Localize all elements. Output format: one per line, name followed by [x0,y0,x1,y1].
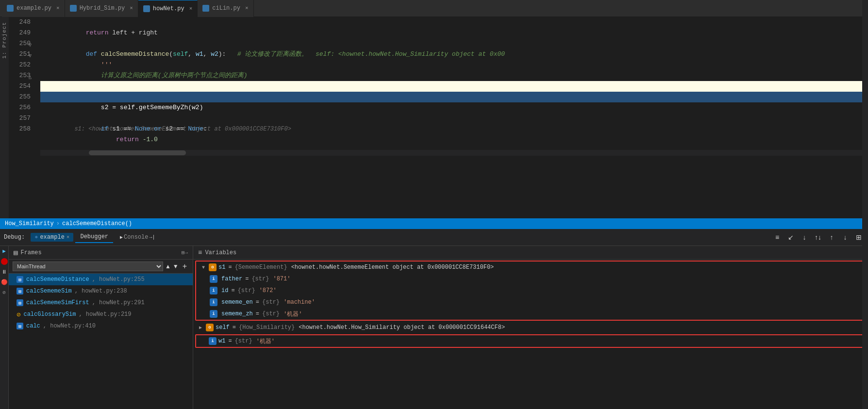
red-dot-btn[interactable]: 🔴 [1,279,8,285]
project-label: 1: Project [1,22,7,59]
variables-header: ≡ Variables [193,246,868,260]
frame-item-2[interactable]: ▤ calcSememeSimFirst , howNet.py:291 [9,297,193,309]
var-row-father[interactable]: i father = {str} '871' [196,273,865,285]
thread-add-btn[interactable]: + [181,262,189,271]
tab-hownet[interactable]: howNet.py × [138,0,198,17]
tab-close-icon[interactable]: × [189,6,193,12]
toolbar-run-cursor[interactable]: ↑ [826,232,837,243]
frame-item-4[interactable]: ▤ calc , howNet.py:410 [9,320,193,332]
sememe-en-eq: = [256,299,259,306]
frame-item-0[interactable]: ▤ calcSememeDistance , howNet.py:255 [9,274,193,285]
var-row-sememe-zh[interactable]: i sememe_zh = {str} '机器' [196,308,865,320]
w1-type: {str} [235,338,252,344]
thread-down-btn[interactable]: ▼ [173,263,179,270]
self-expand[interactable]: ▶ [197,324,204,331]
slash-btn[interactable]: ⊘ [2,289,6,295]
sememe-en-name: sememe_en [221,299,253,306]
toolbar-resume[interactable]: ↓ [840,232,851,243]
frame-name-1: calcSememeSim [26,288,72,294]
var-row-s1[interactable]: ▼ o s1 = {SememeElement} <hownet.howNet.… [196,262,865,273]
s1-border-box: ▼ o s1 = {SememeElement} <hownet.howNet.… [195,261,866,321]
code-line-255: s2 = self.getSememeByZh(w2) [40,92,868,102]
py-icon [202,5,209,12]
w1-expand[interactable] [200,338,207,344]
thread-up-btn[interactable]: ▲ [165,263,171,270]
frames-header: ▤ Frames ⊞→ [9,246,193,260]
stop-btn[interactable] [1,258,8,265]
py-icon [7,5,14,12]
frames-panel: ▤ Frames ⊞→ MainThread ▲ ▼ + ▤ calcSemem… [9,246,193,409]
debugger-tab-label: Debugger [80,233,108,240]
breadcrumb-class: How_Similarity [5,218,54,229]
s1-expand[interactable]: ▼ [200,264,207,271]
tab-close-icon[interactable]: × [130,5,133,11]
py-icon [143,5,150,12]
frame-file-1: , howNet.py:238 [75,288,127,294]
tab-close-icon[interactable]: × [56,5,60,11]
frame-item-3[interactable]: ⊘ calcGlossarySim , howNet.py:219 [9,309,193,320]
frame-file-4: , howNet.py:410 [43,323,96,329]
code-line-250: def calcSememeDistance(self, w1, w2): # … [40,38,868,49]
s1-eq: = [228,264,232,271]
code-line-257: if s1 == None or s2 == None: [40,113,868,124]
session-close[interactable]: × [67,234,70,240]
tab-cilin[interactable]: ciLin.py × [198,0,253,17]
frames-scrollbar[interactable] [862,246,868,409]
code-line-256 [40,102,868,113]
frame-file-0: , howNet.py:255 [92,276,145,283]
sememe-zh-eq: = [256,311,259,317]
breadcrumb-sep: › [56,218,60,229]
sememe-zh-type: {str} [262,311,280,317]
tab-hybrid[interactable]: Hybrid_Sim.py × [65,0,138,17]
toolbar-menu-btn[interactable]: ≡ [772,232,783,243]
toolbar-step-over[interactable]: ↙ [785,232,796,243]
debugger-tab[interactable]: Debugger [75,231,113,243]
play-btn[interactable]: ▶ [2,248,6,254]
ln-256: 256 [9,102,31,113]
ln-253: 253 △ [9,70,31,81]
frame-name-2: calcSememeSimFirst [26,299,89,306]
tab-example[interactable]: example.py × [2,0,65,17]
father-type: {str} [251,276,269,282]
sememe-zh-name: sememe_zh [221,311,253,317]
h-scrollbar[interactable] [40,150,868,156]
variables-panel: ≡ Variables ▼ o s1 = {SememeElement} <ho… [193,246,868,409]
frame-item-1[interactable]: ▤ calcSememeSim , howNet.py:238 [9,285,193,297]
id-type: {str} [238,287,255,294]
s1-value: <hownet.howNet.SememeElement object at 0… [291,264,494,271]
self-icon: o [206,324,214,331]
ln-250: 250 ▽ [9,38,31,49]
code-container: 248 249 250 ▽ 251 ▽ 252 253 △ 254 255 25… [9,17,868,218]
frame-file-2: , howNet.py:291 [92,299,145,306]
frame-icon-2: ▤ [17,299,23,306]
debug-panel: Debug: ● example × Debugger ▶ Console →|… [0,229,868,409]
w1-icon: i [209,337,217,345]
console-arrow: →| [150,235,155,240]
console-tab-label: Console [124,234,148,241]
var-row-id[interactable]: i id = {str} '872' [196,285,865,296]
w1-eq: = [228,338,232,344]
self-type: {How_Similarity} [239,324,295,331]
var-row-w1[interactable]: i w1 = {str} '机器' [196,335,865,347]
variables-icon: ≡ [198,246,202,260]
debug-session[interactable]: ● example × [31,233,73,242]
id-icon: i [210,287,217,294]
frames-expand[interactable]: ⊞→ [182,246,188,260]
tab-close-icon[interactable]: × [245,5,249,11]
father-name: father [221,276,242,282]
id-value: '872' [259,287,277,294]
code-line-251: ''' [40,49,868,60]
debug-label: Debug: [4,234,25,241]
py-dot: ● [34,234,38,241]
var-row-sememe-en[interactable]: i sememe_en = {str} 'machine' [196,296,865,308]
toolbar-step-into[interactable]: ↓ [799,232,810,243]
pause-btn[interactable]: ⏸ [1,269,7,275]
console-tab[interactable]: ▶ Console →| [115,232,160,243]
var-row-self[interactable]: ▶ o self = {How_Similarity} <hownet.howN… [193,322,868,333]
toolbar-step-out[interactable]: ↑↓ [813,232,823,243]
code-content[interactable]: return left + right def calcSememeDistan… [35,17,868,218]
ln-252: 252 [9,60,31,70]
console-icon: ▶ [120,234,123,240]
vars-list: ▼ o s1 = {SememeElement} <hownet.howNet.… [193,260,868,409]
thread-dropdown[interactable]: MainThread [13,262,163,271]
